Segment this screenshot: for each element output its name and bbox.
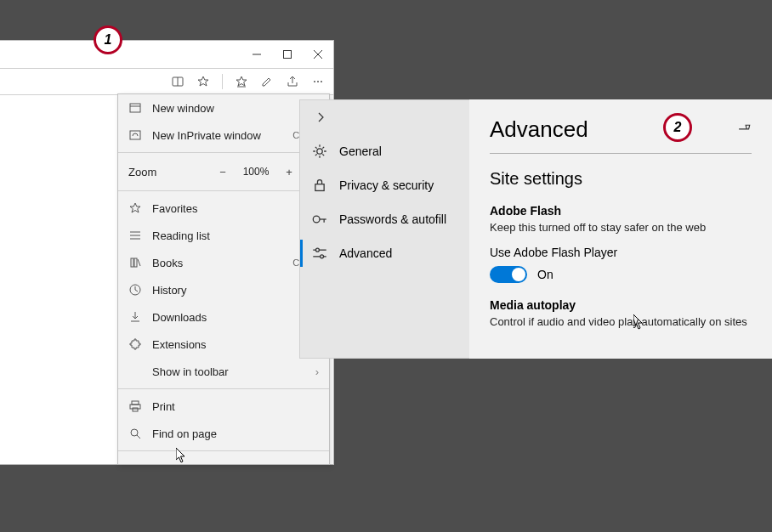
flash-toggle-label: Use Adobe Flash Player (490, 246, 752, 259)
favorites-hub-icon[interactable] (230, 70, 253, 93)
chevron-right-icon: › (315, 365, 319, 378)
menu-label: Print (152, 400, 319, 413)
sliders-icon (312, 246, 327, 261)
svg-point-32 (313, 216, 320, 223)
minimize-button[interactable] (241, 41, 272, 68)
zoom-label: Zoom (128, 166, 207, 178)
callout-number: 1 (105, 32, 112, 48)
menu-separator (118, 190, 329, 191)
settings-nav-advanced[interactable]: Advanced (300, 236, 469, 270)
svg-line-21 (138, 259, 140, 266)
menu-separator (118, 450, 329, 451)
svg-point-38 (321, 255, 324, 258)
menu-label: Read aloud (152, 462, 257, 466)
more-menu-icon[interactable] (306, 70, 330, 93)
lock-icon (312, 178, 327, 193)
section-heading: Site settings (490, 169, 752, 189)
svg-marker-6 (198, 76, 208, 86)
menu-find-on-page[interactable]: Find on page (118, 420, 329, 447)
menu-label: Favorites (152, 202, 319, 215)
flash-toggle[interactable] (490, 266, 527, 283)
callout-2: 2 (663, 113, 692, 142)
close-button[interactable] (303, 41, 333, 68)
toggle-state-text: On (537, 268, 553, 281)
inprivate-icon (128, 128, 142, 142)
settings-nav-privacy[interactable]: Privacy & security (300, 168, 469, 202)
chevron-right-icon (315, 112, 326, 122)
svg-rect-14 (130, 131, 140, 139)
menu-new-inprivate[interactable]: New InPrivate window Ctrl+S (118, 122, 329, 149)
history-icon (128, 283, 142, 297)
zoom-out-button[interactable]: − (213, 166, 232, 178)
nav-label: Passwords & autofill (339, 212, 446, 226)
menu-label: History (152, 284, 319, 297)
menu-separator (118, 152, 329, 153)
callout-1: 1 (94, 25, 122, 54)
svg-point-10 (317, 81, 319, 82)
settings-nav-passwords[interactable]: Passwords & autofill (300, 202, 469, 236)
download-icon (128, 310, 142, 324)
settings-back-button[interactable] (300, 100, 469, 134)
menu-zoom-row: Zoom − 100% + (118, 156, 329, 187)
menu-reading-list[interactable]: Reading list (118, 222, 329, 249)
zoom-value: 100% (239, 166, 273, 178)
shortcut-text: Ctrl+Shift+G (267, 463, 319, 465)
menu-label: Books (152, 257, 282, 269)
menu-favorites[interactable]: Favorites (118, 195, 329, 222)
menu-books[interactable]: Books Ctrl+S (118, 249, 329, 276)
svg-text:A»: A» (129, 464, 140, 465)
flash-description: Keep this turned off to stay safer on th… (490, 221, 752, 234)
menu-label: Show in toolbar (152, 365, 305, 378)
svg-point-26 (131, 429, 138, 436)
key-icon (312, 212, 327, 227)
flash-toggle-row: On (490, 266, 752, 283)
reading-view-icon[interactable] (166, 70, 190, 93)
menu-downloads[interactable]: Downloads (118, 303, 329, 331)
svg-marker-15 (130, 203, 140, 212)
callout-number: 2 (674, 120, 682, 135)
svg-rect-23 (132, 401, 139, 405)
menu-label: Extensions (152, 338, 319, 351)
menu-print[interactable]: Print (118, 393, 329, 420)
print-icon (128, 399, 142, 413)
settings-nav-general[interactable]: General (300, 134, 469, 168)
svg-rect-12 (130, 104, 140, 112)
toolbar-separator (222, 74, 223, 89)
pin-pane-icon[interactable] (738, 123, 752, 137)
share-icon[interactable] (281, 70, 304, 93)
media-description: Control if audio and video play automati… (490, 315, 752, 328)
svg-point-11 (321, 81, 322, 82)
zoom-in-button[interactable]: + (280, 166, 298, 178)
menu-history[interactable]: History (118, 276, 329, 303)
menu-label: New window (152, 102, 319, 115)
svg-rect-1 (284, 51, 292, 59)
svg-marker-7 (236, 76, 247, 86)
menu-new-window[interactable]: New window (118, 94, 329, 122)
menu-read-aloud[interactable]: A» Read aloud Ctrl+Shift+G (118, 455, 329, 465)
media-heading: Media autoplay (490, 298, 752, 312)
svg-rect-19 (131, 258, 133, 267)
settings-content-pane: Advanced Site settings Adobe Flash Keep … (469, 99, 772, 359)
star-icon (128, 201, 142, 215)
menu-label: Downloads (152, 311, 319, 324)
svg-point-9 (314, 81, 315, 82)
svg-point-30 (317, 149, 322, 154)
svg-rect-31 (315, 184, 324, 191)
flash-heading: Adobe Flash (490, 204, 752, 218)
pane-title: Advanced (490, 116, 588, 143)
menu-separator (118, 388, 329, 389)
maximize-button[interactable] (272, 41, 303, 68)
toolbar (0, 68, 333, 95)
menu-label: New InPrivate window (152, 129, 282, 142)
menu-extensions[interactable]: Extensions (118, 331, 329, 358)
favorite-star-icon[interactable] (191, 70, 215, 93)
settings-sidebar: General Privacy & security Passwords & a… (299, 99, 470, 359)
menu-label: Find on page (152, 427, 319, 440)
svg-rect-20 (134, 258, 137, 267)
titlebar (0, 41, 333, 68)
reading-list-icon (128, 229, 142, 242)
menu-show-in-toolbar[interactable]: Show in toolbar › (118, 358, 329, 385)
gear-icon (312, 144, 327, 159)
notes-icon[interactable] (255, 70, 279, 93)
svg-line-27 (137, 435, 140, 439)
